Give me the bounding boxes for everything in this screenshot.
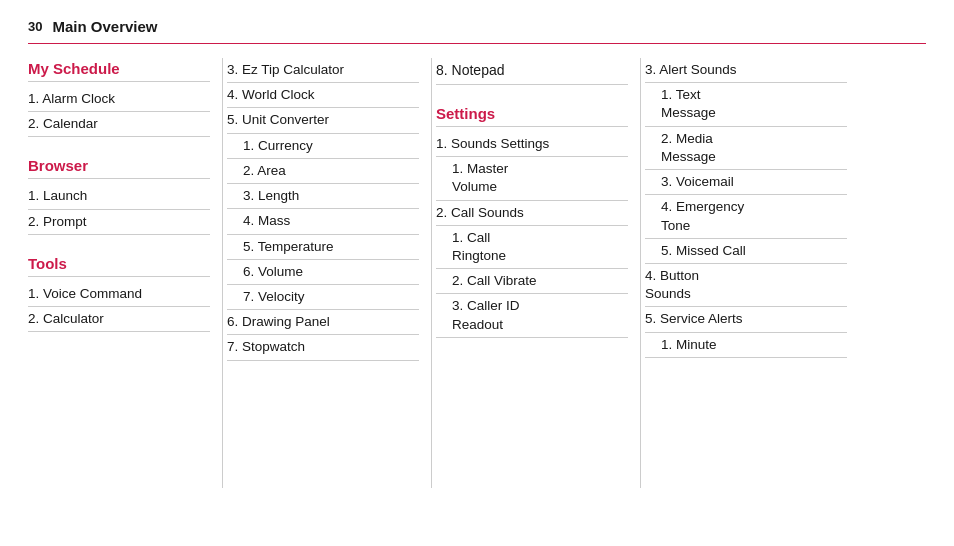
item-alert-sounds: 3. Alert Sounds bbox=[645, 58, 847, 83]
column-4: 3. Alert Sounds 1. TextMessage 2. MediaM… bbox=[645, 58, 855, 358]
item-unit-converter: 5. Unit Converter bbox=[227, 108, 419, 133]
item-eztip: 3. Ez Tip Calculator bbox=[227, 58, 419, 83]
item-notepad: 8. Notepad bbox=[436, 58, 628, 85]
item-button-sounds: 4. ButtonSounds bbox=[645, 264, 847, 307]
column-3: 8. Notepad Settings 1. Sounds Settings 1… bbox=[436, 58, 636, 338]
section-notepad: 8. Notepad bbox=[436, 58, 628, 85]
item-worldclock: 4. World Clock bbox=[227, 83, 419, 108]
item-call-vibrate: 2. Call Vibrate bbox=[436, 269, 628, 294]
item-velocity: 7. Velocity bbox=[227, 285, 419, 310]
item-voicemail: 3. Voicemail bbox=[645, 170, 847, 195]
section-title-browser: Browser bbox=[28, 157, 210, 174]
section-title-tools: Tools bbox=[28, 255, 210, 272]
item-emergency-tone: 4. EmergencyTone bbox=[645, 195, 847, 238]
item-currency: 1. Currency bbox=[227, 134, 419, 159]
section-browser: Browser 1. Launch 2. Prompt bbox=[28, 157, 210, 234]
section-title-my-schedule: My Schedule bbox=[28, 60, 210, 77]
content-columns: My Schedule 1. Alarm Clock 2. Calendar B… bbox=[28, 58, 926, 488]
divider-3 bbox=[640, 58, 641, 488]
section-my-schedule: My Schedule 1. Alarm Clock 2. Calendar bbox=[28, 60, 210, 137]
item-missed-call: 5. Missed Call bbox=[645, 239, 847, 264]
section-title-settings: Settings bbox=[436, 105, 628, 122]
divider-2 bbox=[431, 58, 432, 488]
item-mass: 4. Mass bbox=[227, 209, 419, 234]
section-tools: Tools 1. Voice Command 2. Calculator bbox=[28, 255, 210, 332]
item-length: 3. Length bbox=[227, 184, 419, 209]
item-area: 2. Area bbox=[227, 159, 419, 184]
item-calendar: 2. Calendar bbox=[28, 112, 210, 137]
item-service-alerts: 5. Service Alerts bbox=[645, 307, 847, 332]
item-alarm-clock: 1. Alarm Clock bbox=[28, 87, 210, 112]
section-settings: Settings 1. Sounds Settings 1. MasterVol… bbox=[436, 105, 628, 338]
item-volume: 6. Volume bbox=[227, 260, 419, 285]
column-2: 3. Ez Tip Calculator 4. World Clock 5. U… bbox=[227, 58, 427, 361]
item-master-volume: 1. MasterVolume bbox=[436, 157, 628, 200]
page-header: 30 Main Overview bbox=[28, 18, 926, 44]
item-sounds-settings: 1. Sounds Settings bbox=[436, 132, 628, 157]
item-caller-id-readout: 3. Caller IDReadout bbox=[436, 294, 628, 337]
item-call-sounds: 2. Call Sounds bbox=[436, 201, 628, 226]
page-number: 30 bbox=[28, 19, 42, 34]
item-calculator: 2. Calculator bbox=[28, 307, 210, 332]
item-launch: 1. Launch bbox=[28, 184, 210, 209]
page-title: Main Overview bbox=[52, 18, 157, 35]
item-temperature: 5. Temperature bbox=[227, 235, 419, 260]
item-prompt: 2. Prompt bbox=[28, 210, 210, 235]
item-call-ringtone: 1. CallRingtone bbox=[436, 226, 628, 269]
page-container: 30 Main Overview My Schedule 1. Alarm Cl… bbox=[0, 0, 954, 506]
item-minute: 1. Minute bbox=[645, 333, 847, 358]
item-voice-command: 1. Voice Command bbox=[28, 282, 210, 307]
item-stopwatch: 7. Stopwatch bbox=[227, 335, 419, 360]
item-media-message: 2. MediaMessage bbox=[645, 127, 847, 170]
item-text-message: 1. TextMessage bbox=[645, 83, 847, 126]
item-drawing-panel: 6. Drawing Panel bbox=[227, 310, 419, 335]
divider-1 bbox=[222, 58, 223, 488]
column-1: My Schedule 1. Alarm Clock 2. Calendar B… bbox=[28, 58, 218, 332]
